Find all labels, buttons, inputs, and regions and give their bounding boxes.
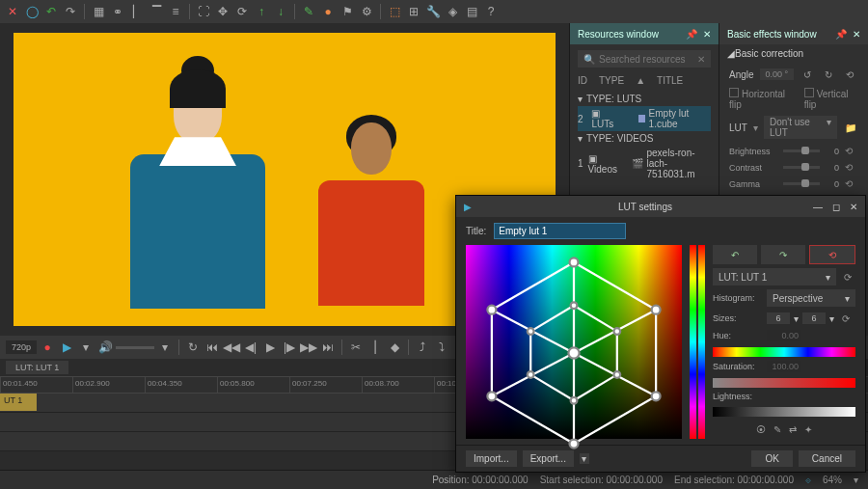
reset-icon[interactable]: ⟲ [845, 178, 858, 189]
undo-button[interactable]: ↶ [713, 245, 757, 264]
hue-value[interactable]: 0.00 [767, 330, 801, 341]
eyedropper-add-icon[interactable]: ✎ [773, 424, 781, 435]
saturation-value[interactable]: 100.00 [767, 361, 801, 372]
dropdown-icon[interactable]: ▾ [156, 339, 174, 356]
saturation-slider[interactable] [713, 378, 855, 388]
video-item[interactable]: 1 ▣ Videos 🎬 pexels-ron-lach-7516031.m [578, 146, 711, 181]
color-picker[interactable] [466, 245, 682, 439]
minimize-icon[interactable]: — [813, 202, 823, 212]
crop-icon[interactable]: ⛶ [195, 3, 212, 20]
cut-icon[interactable]: ✂ [347, 339, 365, 356]
ok-button[interactable]: OK [751, 450, 792, 467]
maximize-icon[interactable]: ◻ [832, 202, 840, 212]
speaker-icon[interactable]: 🔊 [96, 339, 114, 356]
refresh-icon[interactable]: ⟳ [840, 269, 855, 285]
search-input[interactable]: 🔍 Searched resources ✕ [578, 50, 711, 68]
size1-input[interactable]: 6 [767, 312, 790, 324]
paint-icon[interactable]: ✎ [300, 3, 317, 20]
shape-icon[interactable]: ◯ [23, 3, 41, 20]
play-icon[interactable]: ▶ [261, 339, 279, 356]
eyedropper-icon[interactable]: ⦿ [756, 424, 766, 435]
export-icon[interactable]: ⤴ [414, 339, 431, 356]
align-left-icon[interactable]: ▏ [128, 3, 146, 20]
slider-track[interactable] [783, 182, 820, 185]
vflip-checkbox[interactable]: Vertical flip [804, 88, 858, 110]
prev-frame-icon[interactable]: ◀◀ [223, 339, 240, 356]
angle-input[interactable]: 0.00 ° [760, 68, 795, 80]
close-panel-icon[interactable]: ✕ [853, 29, 860, 40]
pin-icon[interactable]: 📌 [835, 29, 847, 40]
step-back-icon[interactable]: ◀| [242, 339, 259, 356]
pin-icon[interactable]: 📌 [686, 29, 697, 40]
resolution-label[interactable]: 720p [6, 340, 37, 354]
settings-icon[interactable]: ⚙ [358, 3, 375, 20]
rotate-icon[interactable]: ⟳ [233, 3, 251, 20]
clip-lut[interactable]: UT 1 [0, 394, 37, 411]
undo-icon[interactable]: ↶ [42, 3, 60, 20]
slider-track[interactable] [783, 166, 820, 169]
record-icon[interactable]: ● [39, 339, 56, 356]
ungroup-icon[interactable]: ⊞ [405, 3, 422, 20]
close-icon[interactable]: ✕ [4, 3, 21, 20]
link-icon[interactable]: ⚭ [109, 3, 126, 20]
arrow-up-icon[interactable]: ↑ [253, 3, 270, 20]
close-panel-icon[interactable]: ✕ [703, 29, 711, 40]
rotate-ccw-icon[interactable]: ↺ [800, 67, 815, 82]
play-icon[interactable]: ▶ [58, 339, 75, 356]
hue-bars[interactable] [690, 245, 705, 439]
loop-icon[interactable]: ↻ [184, 339, 202, 356]
split-icon[interactable]: ⎮ [366, 339, 384, 356]
slider-track[interactable] [783, 149, 820, 152]
folder-icon[interactable]: 📁 [843, 120, 858, 135]
dialog-titlebar[interactable]: ▶ LUT settings — ◻ ✕ [456, 196, 865, 217]
grid-icon[interactable]: ▦ [90, 3, 107, 20]
flag-icon[interactable]: ⚑ [339, 3, 356, 20]
layers-icon[interactable]: ▤ [463, 3, 480, 20]
reset-button[interactable]: ⟲ [809, 245, 855, 264]
redo-icon[interactable]: ↷ [62, 3, 79, 20]
marker-icon[interactable]: ◈ [444, 3, 461, 20]
lut-select[interactable]: LUT: LUT 1▾ [713, 268, 836, 285]
reset-icon[interactable]: ⟲ [845, 146, 858, 156]
move-icon[interactable]: ✥ [214, 3, 231, 20]
skip-start-icon[interactable]: ⏮ [203, 339, 221, 356]
lightness-slider[interactable] [713, 407, 855, 417]
align-top-icon[interactable]: ▔ [148, 3, 165, 20]
histogram-dropdown[interactable]: Perspective▾ [767, 289, 855, 307]
zoom-dropdown-icon[interactable]: ▾ [854, 475, 858, 485]
record-icon[interactable]: ● [319, 3, 337, 20]
arrow-down-icon[interactable]: ↓ [272, 3, 289, 20]
rotate-cw-icon[interactable]: ↻ [821, 67, 836, 82]
next-frame-icon[interactable]: ▶▶ [300, 339, 317, 356]
dropdown-icon[interactable]: ▾ [77, 339, 95, 356]
marker-icon[interactable]: ◆ [386, 339, 403, 356]
skip-end-icon[interactable]: ⏭ [319, 339, 337, 356]
zoom-level[interactable]: 64% [823, 475, 842, 485]
sync-icon[interactable]: ⟐ [805, 475, 811, 485]
basic-correction-header[interactable]: ◢ Basic correction [719, 44, 868, 63]
group-videos[interactable]: ▾ TYPE: VIDEOS [578, 131, 711, 146]
close-icon[interactable]: ✕ [850, 202, 857, 212]
redo-button[interactable]: ↷ [761, 245, 805, 264]
volume-slider[interactable] [116, 346, 154, 349]
lut-item[interactable]: 2 ▣ LUTs Empty lut 1.cube [578, 106, 711, 131]
swap-icon[interactable]: ⇄ [789, 424, 797, 435]
hue-slider[interactable] [713, 347, 855, 357]
hflip-checkbox[interactable]: Horizontal flip [729, 88, 795, 110]
wand-icon[interactable]: ✦ [804, 424, 812, 435]
size2-input[interactable]: 6 [802, 312, 826, 324]
align-dist-icon[interactable]: ≡ [167, 3, 184, 20]
help-icon[interactable]: ? [482, 3, 500, 20]
wrench-icon[interactable]: 🔧 [424, 3, 442, 20]
import-icon[interactable]: ⤵ [433, 339, 450, 356]
step-fwd-icon[interactable]: |▶ [281, 339, 298, 356]
group-icon[interactable]: ⬚ [386, 3, 403, 20]
timeline-tab[interactable]: LUT: LUT 1 [6, 361, 68, 374]
title-input[interactable] [494, 223, 626, 239]
resource-columns[interactable]: ID TYPE▲ TITLE [570, 73, 719, 88]
reset-icon[interactable]: ⟲ [845, 162, 858, 173]
lut-dropdown[interactable]: Don't use LUT▾ [764, 116, 837, 139]
reset-angle-icon[interactable]: ⟲ [842, 67, 857, 82]
group-luts[interactable]: ▾ TYPE: LUTS [578, 92, 711, 106]
refresh-icon[interactable]: ⟳ [838, 311, 854, 326]
